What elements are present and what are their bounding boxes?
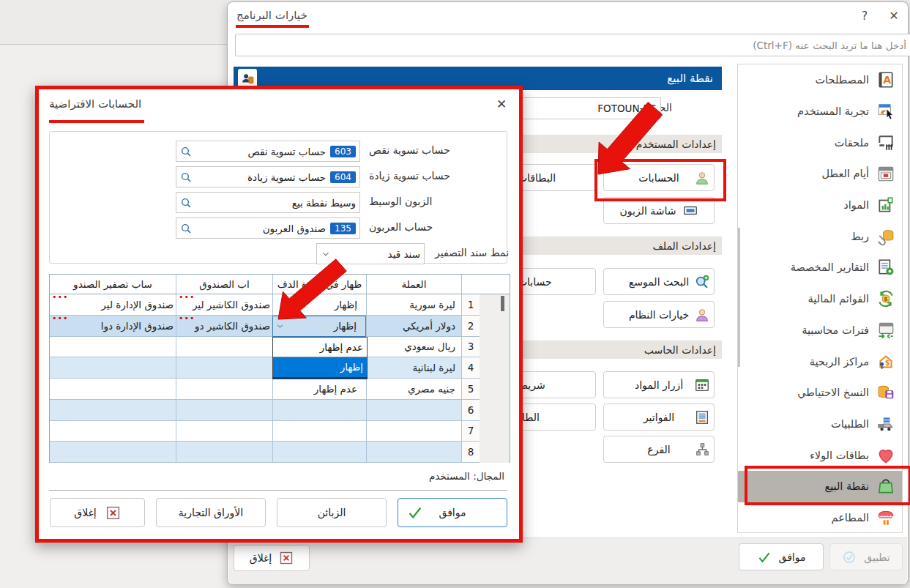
cell-cashbox[interactable]: صندوق الكاشير لير••• (176, 294, 272, 316)
account-lookup-field-1[interactable]: 604حساب تسوية زيادة (176, 166, 360, 187)
dialog-button-الأوراق-التجارية[interactable]: الأوراق التجارية (156, 498, 266, 527)
scrollbar-track[interactable] (480, 421, 510, 442)
cell-clearbox[interactable]: صندوق الإدارة دوا••• (50, 316, 176, 337)
ok-button[interactable]: موافق (739, 543, 824, 570)
cell-cashbox[interactable] (176, 379, 272, 400)
table-row-8[interactable]: 8 (50, 442, 510, 463)
pos-button-البحث-الموسع[interactable]: البحث الموسع (603, 268, 715, 295)
search-input[interactable] (235, 34, 910, 56)
dialog-button-إغلاق[interactable]: إغلاق (50, 498, 145, 527)
cell-currency[interactable]: ريال سعودي (366, 337, 461, 358)
account-code-badge: 604 (330, 171, 356, 183)
sidebar-item-11[interactable]: الطلبيات (738, 409, 902, 440)
system-options-icon (694, 307, 710, 323)
svg-text:A: A (883, 75, 891, 86)
field-value: سند قيد (388, 248, 420, 260)
apply-button[interactable]: تطبيق (829, 543, 903, 570)
dialog-title: خيارات البرنامج (236, 9, 307, 22)
cell-cashbox[interactable]: صندوق الكاشير دو••• (176, 316, 272, 337)
sidebar-item-9[interactable]: $مراكز الربحية (738, 346, 902, 377)
table-row-7[interactable]: 7 (50, 421, 510, 442)
material-buttons-icon (694, 377, 710, 393)
close-button[interactable]: إغلاق (234, 545, 310, 571)
cell-currency[interactable]: ليرة سورية (366, 294, 461, 316)
scrollbar-track[interactable] (480, 337, 510, 358)
field-value: حساب تسوية نقص (247, 146, 326, 157)
cell-clearbox[interactable] (50, 337, 176, 358)
sidebar-item-label: المصطلحات (815, 74, 869, 86)
table-row-6[interactable]: 6 (50, 400, 510, 421)
sidebar-item-5[interactable]: ربط (738, 220, 902, 252)
row-number: 6 (461, 400, 480, 421)
cell-clearbox[interactable] (50, 379, 176, 400)
cell-show[interactable] (272, 442, 366, 463)
sidebar-item-label: التقارير المخصصة (791, 261, 869, 273)
sidebar-item-4[interactable]: المواد (738, 190, 902, 221)
cell-currency[interactable]: ليرة لبنانية (366, 357, 461, 379)
account-code-badge: 603 (330, 146, 356, 157)
cell-cashbox[interactable] (176, 442, 272, 463)
scrollbar-track[interactable] (480, 294, 510, 316)
red-arrow-to-show-dropdown (269, 256, 357, 330)
pos-button-الفرع[interactable]: الفرع (603, 436, 715, 463)
sidebar-item-3[interactable]: أيام العطل (738, 158, 902, 190)
field-label: نمط سند التصفير (435, 247, 509, 258)
cell-show[interactable] (272, 421, 366, 442)
dialog-button-موافق[interactable]: موافق (398, 498, 507, 527)
cell-show[interactable]: عدم إظهار (272, 379, 366, 400)
dropdown-option[interactable]: عدم إظهار (273, 338, 367, 357)
pos-button-أزرار-المواد[interactable]: أزرار المواد (603, 371, 715, 398)
pos-button-الفواتير[interactable]: الفواتير (603, 403, 715, 431)
scrollbar-track[interactable] (480, 442, 510, 463)
cell-currency[interactable] (366, 442, 461, 463)
close-icon[interactable]: ✕ (493, 95, 510, 113)
sidebar-item-10[interactable]: النسخ الاحتياطي (738, 377, 902, 409)
pos-button-خيارات-النظام[interactable]: خيارات النظام (603, 301, 715, 328)
sidebar-item-14[interactable]: المطاعم (738, 502, 902, 534)
sidebar-item-7[interactable]: $القوائم المالية (738, 283, 902, 315)
account-lookup-field-3[interactable]: 135صندوق العربون (176, 217, 360, 239)
check-icon (407, 505, 423, 521)
sidebar-item-8[interactable]: فترات محاسبية (738, 315, 902, 346)
scrollbar-track[interactable] (480, 357, 510, 379)
sidebar-item-2[interactable]: ملحقات (738, 127, 902, 158)
scrollbar-track[interactable] (480, 379, 510, 400)
terms-icon: A (876, 70, 895, 89)
cell-clearbox[interactable] (50, 421, 176, 442)
cell-currency[interactable]: جنيه مصري (366, 379, 461, 400)
profit-centers-icon: $ (876, 352, 895, 371)
account-lookup-field-0[interactable]: 603حساب تسوية نقص (176, 141, 360, 162)
sidebar-item-6[interactable]: التقارير المخصصة (738, 252, 902, 283)
cell-currency[interactable] (366, 400, 461, 421)
help-icon[interactable]: ? (856, 7, 873, 25)
link-icon (876, 227, 895, 246)
cell-currency[interactable]: دولار أمريكي (366, 316, 461, 337)
field-label: حساب تسوية زيادة (369, 170, 450, 182)
dialog-button-الزبائن[interactable]: الزبائن (277, 498, 387, 527)
cell-clearbox[interactable] (50, 400, 176, 421)
divider (49, 490, 507, 491)
dropdown-option[interactable]: إظهار (273, 357, 367, 377)
scrollbar-track[interactable] (480, 400, 510, 421)
check-icon (757, 550, 772, 565)
account-lookup-field-2[interactable]: وسيط نقطة بيع (176, 192, 360, 213)
cell-clearbox[interactable] (50, 357, 176, 379)
sidebar-item-0[interactable]: Aالمصطلحات (738, 64, 902, 96)
cell-currency[interactable] (366, 421, 461, 442)
close-icon[interactable]: ✕ (885, 7, 903, 25)
sidebar-item-1[interactable]: تجربة المستخدم (738, 96, 902, 127)
cell-cashbox[interactable] (176, 337, 272, 358)
row-number: 8 (461, 442, 480, 463)
cell-show[interactable] (272, 400, 366, 421)
scrollbar-thumb[interactable] (501, 296, 504, 311)
cell-clearbox[interactable]: صندوق الإدارة لير••• (50, 294, 176, 316)
cell-cashbox[interactable] (176, 357, 272, 379)
field-label: حساب العربون (369, 221, 433, 233)
financial-statements-icon: $ (876, 289, 895, 308)
scrollbar-track[interactable] (480, 316, 510, 337)
cell-cashbox[interactable] (176, 400, 272, 421)
cell-clearbox[interactable] (50, 442, 176, 463)
sidebar-scrollbar[interactable] (738, 228, 740, 367)
cell-cashbox[interactable] (176, 421, 272, 442)
table-row-5[interactable]: عدم إظهارجنيه مصري5 (50, 379, 510, 400)
